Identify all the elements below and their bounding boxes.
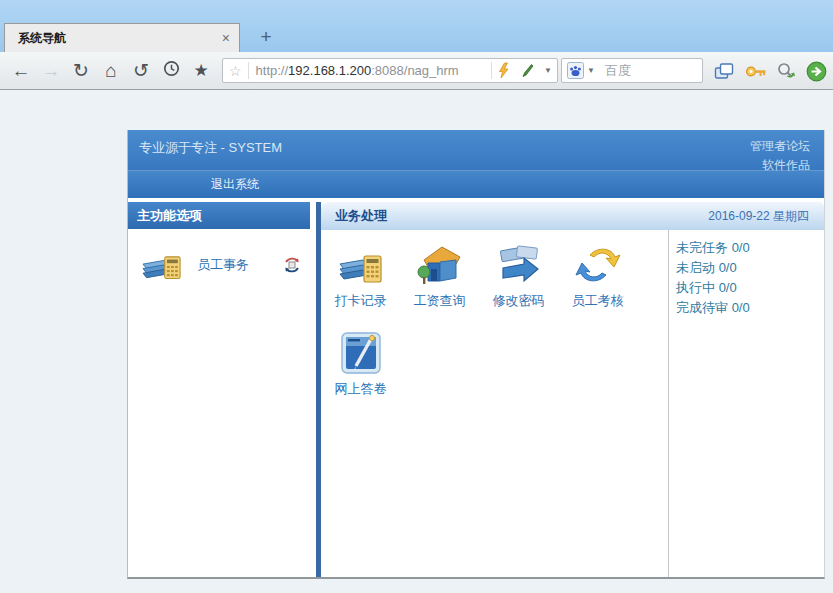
- tab-title: 系统导航: [18, 30, 66, 47]
- task-summary-panel: 未完任务 0/0 未启动 0/0 执行中 0/0 完成待审 0/0: [668, 230, 824, 577]
- header-nav-bar: 退出系统: [128, 170, 824, 198]
- manager-forum-link[interactable]: 管理者论坛: [750, 137, 810, 156]
- hrm-content-box: 专业源于专注 - SYSTEM 管理者论坛 软件作品 退出系统 主功能选项: [127, 130, 825, 579]
- change-password-icon: [479, 240, 558, 290]
- current-date: 2016-09-22 星期四: [708, 202, 809, 230]
- bookmark-this-page-icon[interactable]: ☆: [223, 63, 248, 79]
- navigation-toolbar: ← → ↻ ⌂ ↺ ★ ☆ http://192.168.1.200:8088/…: [0, 52, 833, 90]
- sidebar-item-label: 员工事务: [197, 256, 249, 274]
- page-body: 主功能选项 员工事务: [128, 202, 824, 577]
- software-works-link[interactable]: 软件作品: [750, 156, 810, 175]
- main-panel: 业务处理 2016-09-22 星期四: [321, 202, 824, 577]
- shortcut-grid: 打卡记录: [321, 230, 668, 577]
- salary-query-icon: [400, 240, 479, 290]
- tab-close-icon[interactable]: ×: [222, 31, 230, 45]
- shortcut-label: 员工考核: [558, 292, 637, 310]
- shortcut-salary-query[interactable]: 工资查询: [400, 240, 479, 328]
- nav-button-row: ← → ↻ ⌂ ↺ ★: [6, 52, 216, 89]
- plugin-pen-icon[interactable]: [515, 59, 539, 82]
- shortcut-change-password[interactable]: 修改密码: [479, 240, 558, 328]
- task-label: 未完任务: [676, 240, 728, 255]
- task-label: 执行中: [676, 280, 715, 295]
- task-row-pending-review[interactable]: 完成待审 0/0: [676, 298, 824, 318]
- task-row-unfinished[interactable]: 未完任务 0/0: [676, 238, 824, 258]
- task-row-in-progress[interactable]: 执行中 0/0: [676, 278, 824, 298]
- browser-tab[interactable]: 系统导航 ×: [4, 23, 240, 52]
- logout-link[interactable]: 退出系统: [211, 171, 259, 197]
- shortcut-label: 工资查询: [400, 292, 479, 310]
- main-body: 打卡记录: [321, 230, 824, 577]
- sidebar-item-employee-affairs[interactable]: 员工事务: [140, 246, 302, 284]
- task-value: 0/0: [719, 260, 737, 275]
- employee-affairs-cards-icon: [140, 246, 184, 284]
- main-panel-title: 业务处理: [335, 202, 387, 230]
- page-viewport: 专业源于专注 - SYSTEM 管理者论坛 软件作品 退出系统 主功能选项: [0, 90, 833, 593]
- tab-strip: 系统导航 × +: [0, 0, 833, 52]
- forward-icon[interactable]: →: [36, 60, 66, 82]
- reload-icon[interactable]: ↻: [66, 59, 96, 82]
- shortcut-online-questionnaire[interactable]: 网上答卷: [321, 328, 400, 416]
- flashgot-lightning-icon[interactable]: [492, 59, 515, 82]
- sidebar-title-bar: 主功能选项: [128, 202, 310, 229]
- shortcut-punch-records[interactable]: 打卡记录: [321, 240, 400, 328]
- tab-groups-windows-icon[interactable]: [712, 60, 736, 82]
- header-links: 管理者论坛 软件作品: [750, 137, 810, 175]
- shortcut-label: 修改密码: [479, 292, 558, 310]
- password-key-icon[interactable]: [744, 60, 768, 82]
- task-label: 完成待审: [676, 300, 728, 315]
- urlbar-actions: ▼: [491, 59, 557, 82]
- home-icon[interactable]: ⌂: [96, 60, 126, 82]
- site-header: 专业源于专注 - SYSTEM 管理者论坛 软件作品: [128, 130, 824, 170]
- back-icon[interactable]: ←: [6, 60, 36, 82]
- sync-refresh-icon[interactable]: [282, 255, 302, 275]
- main-panel-title-bar: 业务处理 2016-09-22 星期四: [321, 202, 824, 230]
- shortcut-label: 网上答卷: [321, 380, 400, 398]
- find-update-icon[interactable]: [774, 60, 798, 82]
- online-questionnaire-icon: [321, 328, 400, 378]
- bookmarks-star-icon[interactable]: ★: [186, 60, 216, 81]
- undo-history-icon[interactable]: ↺: [126, 59, 156, 82]
- shortcut-employee-assessment[interactable]: 员工考核: [558, 240, 637, 328]
- search-box[interactable]: ▼: [561, 58, 703, 83]
- history-clock-icon[interactable]: [156, 60, 186, 82]
- site-title: 专业源于专注 - SYSTEM: [139, 139, 282, 157]
- go-arrow-icon[interactable]: [804, 60, 828, 82]
- url-host: 192.168.1.200: [288, 63, 371, 78]
- task-label: 未启动: [676, 260, 715, 275]
- url-path: :8088/nag_hrm: [371, 63, 458, 78]
- url-text: http://192.168.1.200:8088/nag_hrm: [256, 63, 459, 78]
- task-value: 0/0: [719, 280, 737, 295]
- punch-records-icon: [321, 240, 400, 290]
- baidu-paw-icon: [567, 62, 584, 79]
- shortcut-label: 打卡记录: [321, 292, 400, 310]
- search-input[interactable]: [605, 63, 702, 78]
- search-engine-caret-icon: ▼: [587, 66, 595, 75]
- search-engine-selector[interactable]: ▼: [562, 59, 599, 82]
- sidebar: 主功能选项 员工事务: [128, 202, 316, 577]
- new-tab-button[interactable]: +: [256, 26, 276, 48]
- browser-chrome: 系统导航 × + ← → ↻ ⌂ ↺ ★ ☆ http://192.168.1.…: [0, 0, 833, 90]
- url-bar[interactable]: ☆ http://192.168.1.200:8088/nag_hrm ▼: [222, 58, 558, 83]
- task-value: 0/0: [732, 240, 750, 255]
- task-row-not-started[interactable]: 未启动 0/0: [676, 258, 824, 278]
- employee-assessment-icon: [558, 240, 637, 290]
- url-scheme: http://: [256, 63, 289, 78]
- urlbar-separator: [248, 62, 249, 79]
- task-value: 0/0: [732, 300, 750, 315]
- urlbar-dropdown-icon[interactable]: ▼: [539, 59, 557, 82]
